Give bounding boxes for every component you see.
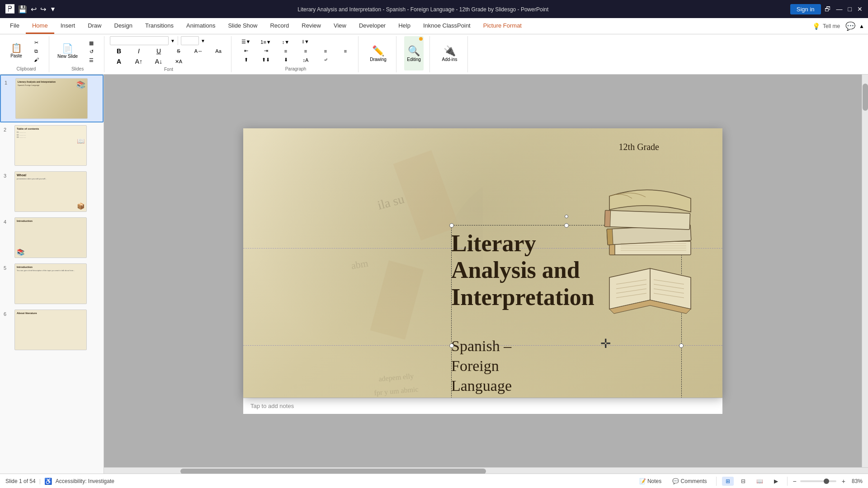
horizontal-scrollbar[interactable] bbox=[104, 467, 868, 474]
smartart-button[interactable]: ⤶ bbox=[316, 56, 335, 64]
increase-indent-button[interactable]: ⇥ bbox=[257, 47, 275, 55]
layout-button[interactable]: ▦ bbox=[82, 39, 100, 47]
decrease-indent-button[interactable]: ⇤ bbox=[237, 47, 255, 55]
tab-review[interactable]: Review bbox=[295, 18, 327, 34]
redo-icon[interactable]: ↪ bbox=[40, 5, 46, 14]
align-middle-button[interactable]: ⬆⬇ bbox=[257, 56, 275, 64]
clear-format-button[interactable]: ✕A bbox=[170, 58, 188, 66]
addins-button[interactable]: 🔌 Add-ins bbox=[439, 36, 460, 70]
more-icon[interactable]: ▼ bbox=[50, 5, 56, 13]
status-separator-2 bbox=[716, 477, 717, 486]
text-direction-button[interactable]: ↕A bbox=[297, 56, 315, 64]
comments-icon[interactable]: 💬 bbox=[845, 21, 855, 31]
align-bottom-button[interactable]: ⬇ bbox=[277, 56, 295, 64]
tab-pictureformat[interactable]: Picture Format bbox=[477, 18, 528, 34]
slide-item-2[interactable]: 2 Table of contents 01 .............02 .… bbox=[0, 122, 104, 169]
tab-insert[interactable]: Insert bbox=[54, 18, 82, 34]
separator-1 bbox=[178, 36, 178, 45]
tab-design[interactable]: Design bbox=[108, 18, 139, 34]
notes-button[interactable]: 📝 Notes bbox=[636, 477, 665, 486]
drawing-label: Drawing bbox=[370, 57, 387, 62]
vertical-scroll-thumb[interactable] bbox=[863, 84, 868, 111]
restore-icon[interactable]: 🗗 bbox=[825, 5, 831, 13]
align-left-button[interactable]: ≡ bbox=[277, 47, 295, 55]
reading-view-button[interactable]: 📖 bbox=[753, 477, 767, 486]
tab-help[interactable]: Help bbox=[392, 18, 417, 34]
undo-icon[interactable]: ↩ bbox=[31, 5, 37, 14]
drawing-buttons: ✏️ Drawing bbox=[367, 36, 389, 70]
drawing-button[interactable]: ✏️ Drawing bbox=[367, 36, 389, 70]
numbering-button[interactable]: 1≡▼ bbox=[257, 38, 275, 46]
tab-home[interactable]: Home bbox=[26, 18, 54, 34]
zoom-percent-label[interactable]: 83% bbox=[852, 478, 863, 484]
font-size-input[interactable]: 29 bbox=[181, 36, 199, 45]
justify-button[interactable]: ≡ bbox=[336, 47, 354, 55]
paste-button[interactable]: 📋 Paste bbox=[7, 36, 25, 66]
size-chevron-icon[interactable]: ▼ bbox=[201, 38, 205, 43]
slide-sorter-button[interactable]: ⊟ bbox=[737, 477, 749, 486]
handle-mid-left[interactable] bbox=[449, 343, 454, 348]
rotation-handle[interactable] bbox=[565, 215, 568, 218]
handle-top-left[interactable] bbox=[449, 223, 454, 228]
copy-button[interactable]: ⧉ bbox=[27, 47, 45, 55]
slide-item-3[interactable]: 3 Whoa! presentation when you add yourse… bbox=[0, 169, 104, 215]
minimize-icon[interactable]: — bbox=[836, 5, 843, 13]
handle-top-center[interactable] bbox=[564, 223, 569, 228]
tab-draw[interactable]: Draw bbox=[81, 18, 108, 34]
tab-animations[interactable]: Animations bbox=[180, 18, 222, 34]
sign-in-button[interactable]: Sign in bbox=[790, 4, 821, 14]
slide-item-4[interactable]: 4 Introduction 📚 bbox=[0, 215, 104, 261]
columns-button[interactable]: ⫴▼ bbox=[297, 38, 315, 46]
canvas-area[interactable]: ila su abm adepem elly fpr y um abmic 12… bbox=[104, 75, 862, 467]
normal-view-button[interactable]: ⊞ bbox=[722, 477, 734, 486]
zoom-slider[interactable] bbox=[800, 480, 836, 482]
align-center-button[interactable]: ≡ bbox=[297, 47, 315, 55]
bullets-button[interactable]: ☰▼ bbox=[237, 38, 255, 46]
slide-item-5[interactable]: 5 Introduction You can give a brief desc… bbox=[0, 261, 104, 307]
zoom-out-icon[interactable]: − bbox=[793, 478, 797, 485]
slide-item-6[interactable]: 6 About literature bbox=[0, 307, 104, 353]
tab-file[interactable]: File bbox=[4, 18, 26, 34]
bold-button[interactable]: B bbox=[110, 47, 128, 56]
char-spacing-button[interactable]: A↔ bbox=[189, 47, 208, 55]
font-size-decrease-button[interactable]: A↓ bbox=[150, 57, 168, 66]
handle-mid-right[interactable] bbox=[679, 343, 684, 348]
format-painter-button[interactable]: 🖌 bbox=[27, 56, 45, 63]
maximize-icon[interactable]: □ bbox=[848, 5, 852, 13]
vertical-scrollbar[interactable] bbox=[862, 75, 868, 467]
cut-button[interactable]: ✂ bbox=[27, 39, 45, 47]
close-icon[interactable]: ✕ bbox=[857, 5, 863, 13]
section-button[interactable]: ☰ bbox=[82, 56, 100, 64]
tab-record[interactable]: Record bbox=[264, 18, 295, 34]
font-family-input[interactable] bbox=[110, 36, 169, 45]
tab-developer[interactable]: Developer bbox=[353, 18, 392, 34]
horizontal-scroll-thumb[interactable] bbox=[180, 469, 486, 474]
save-icon[interactable]: 💾 bbox=[18, 5, 27, 14]
new-slide-button[interactable]: 📄 New Slide bbox=[55, 36, 80, 66]
tap-notes-bar[interactable]: Tap to add notes bbox=[243, 398, 722, 414]
tab-view[interactable]: View bbox=[327, 18, 353, 34]
slide-item-1[interactable]: 1 Literary Analysis and Interpretation S… bbox=[0, 75, 104, 122]
tab-slideshow[interactable]: Slide Show bbox=[222, 18, 264, 34]
slide-canvas[interactable]: ila su abm adepem elly fpr y um abmic 12… bbox=[243, 128, 722, 398]
underline-button[interactable]: U bbox=[150, 47, 168, 56]
font-chevron-icon[interactable]: ▼ bbox=[170, 38, 175, 43]
font-size-increase-button[interactable]: A↑ bbox=[130, 57, 148, 66]
tell-me-label[interactable]: Tell me bbox=[823, 23, 840, 29]
comments-button[interactable]: 💬 Comments bbox=[669, 477, 710, 486]
collapse-ribbon-icon[interactable]: ▲ bbox=[859, 23, 864, 29]
reset-button[interactable]: ↺ bbox=[82, 48, 100, 56]
editing-button[interactable]: 🔍 Editing bbox=[404, 36, 424, 70]
align-right-button[interactable]: ≡ bbox=[316, 47, 335, 55]
accessibility-label[interactable]: Accessibility: Investigate bbox=[56, 478, 114, 484]
italic-button[interactable]: I bbox=[130, 47, 148, 56]
zoom-in-icon[interactable]: + bbox=[842, 478, 845, 485]
strikethrough-button[interactable]: S bbox=[170, 47, 188, 55]
align-top-button[interactable]: ⬆ bbox=[237, 56, 255, 64]
line-spacing-button[interactable]: ↕▼ bbox=[277, 38, 295, 46]
tab-transitions[interactable]: Transitions bbox=[139, 18, 180, 34]
font-case-button[interactable]: Aa bbox=[209, 47, 227, 55]
slideshow-button[interactable]: ▶ bbox=[770, 477, 782, 486]
tab-classpoint[interactable]: Inknoe ClassPoint bbox=[417, 18, 477, 34]
font-color-button[interactable]: A bbox=[110, 57, 128, 66]
